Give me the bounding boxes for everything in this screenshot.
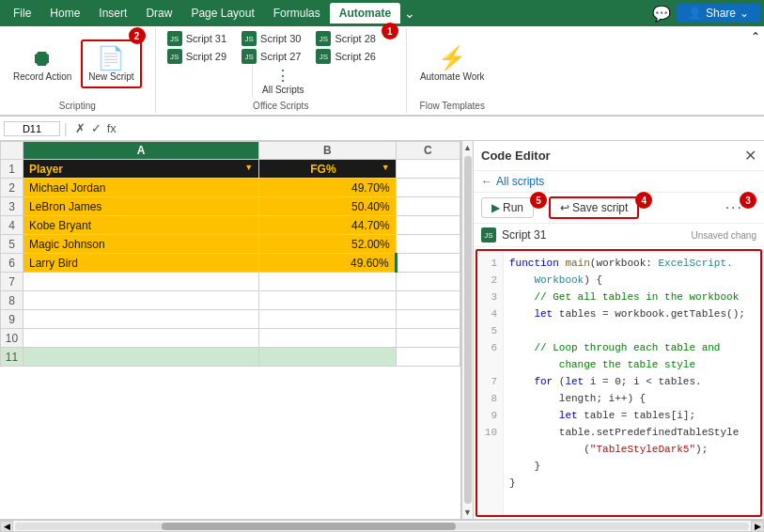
unsaved-badge: Unsaved chang [692,230,757,241]
editor-back-button[interactable]: ← All scripts [474,171,764,193]
cell-a7[interactable] [23,273,259,291]
ribbon-collapse-icon[interactable]: ⌃ [747,28,764,45]
line-num-4: 4 [483,305,497,322]
row-num-6: 6 [1,254,23,273]
scroll-thumb[interactable] [464,156,472,504]
cell-b3[interactable]: 50.40% [259,197,397,216]
comments-icon[interactable]: 💬 [647,1,677,26]
badge-1: 1 [382,23,398,39]
cell-c2[interactable] [396,179,460,197]
code-content[interactable]: function main(workbook: ExcelScript. Wor… [504,251,760,515]
scroll-down-icon[interactable]: ▼ [463,508,472,517]
script-28-button[interactable]: JS Script 28 [312,30,379,47]
cell-a5[interactable]: Magic Johnson [23,235,259,254]
cell-reference-input[interactable]: D11 [4,121,60,136]
cell-b11[interactable] [259,348,397,367]
cell-c7[interactable] [396,273,460,291]
formula-input[interactable] [124,122,760,135]
cell-c9[interactable] [396,310,460,329]
script-30-button[interactable]: JS Script 30 [238,30,304,47]
script-26-icon: JS [316,49,331,64]
cell-b9[interactable] [259,310,397,329]
script-26-button[interactable]: JS Script 26 [312,48,379,65]
script-31-label: Script 31 [186,33,226,44]
cell-b1[interactable]: FG% ▼ [259,160,397,179]
cell-c1[interactable] [396,160,460,179]
table-row: 8 [1,291,460,310]
ribbon-overflow-icon[interactable]: ⌄ [400,2,419,24]
script-28-label: Script 28 [335,33,375,44]
script-27-button[interactable]: JS Script 27 [238,48,304,65]
script-27-label: Script 27 [260,51,301,62]
save-script-button[interactable]: ↩ Save script [549,196,639,219]
cell-c6[interactable] [396,254,460,273]
script-name-bar: JS Script 31 Unsaved chang [474,224,764,247]
cell-b6[interactable]: 49.60% [259,254,397,273]
cell-c10[interactable] [396,329,460,348]
line-num-11: 10 [483,424,497,441]
cell-c3[interactable] [396,197,460,216]
row-num-1: 1 [1,160,23,179]
cell-a4[interactable]: Kobe Bryant [23,216,259,235]
run-label: Run [503,201,523,214]
tab-automate[interactable]: Automate [330,3,400,23]
row-num-5: 5 [1,235,23,254]
office-scripts-group-label: Office Scripts [253,98,308,111]
automate-work-button[interactable]: ⚡ Automate Work [414,41,491,86]
record-action-label: Record Action [13,71,71,83]
cell-a6[interactable]: Larry Bird [23,254,259,273]
code-line-9: let table = tables[i]; [509,407,755,424]
record-action-button[interactable]: ⏺ Record Action [8,41,77,86]
scroll-up-icon[interactable]: ▲ [463,143,472,152]
script-29-button[interactable]: JS Script 29 [164,48,230,65]
fgpct-filter-icon[interactable]: ▼ [382,163,390,172]
scroll-left-icon[interactable]: ◀ [0,521,13,532]
cell-c11[interactable] [396,348,460,367]
cell-a3[interactable]: LeBron James [23,197,259,216]
cell-c8[interactable] [396,291,460,310]
cell-b5[interactable]: 52.00% [259,235,397,254]
tab-page-layout[interactable]: Page Layout [181,3,263,23]
code-line-10: table.setPredefinedTableStyle [509,424,755,441]
insert-function-icon[interactable]: fx [107,121,117,135]
code-area[interactable]: 1 2 3 4 5 6 7 8 9 10 function main(workb… [476,249,762,517]
tab-formulas[interactable]: Formulas [264,3,330,23]
run-button[interactable]: ▶ Run [481,197,534,218]
cell-a8[interactable] [23,291,259,310]
table-row: 11 [1,348,460,367]
col-header-b[interactable]: B [259,142,397,160]
col-header-c[interactable]: C [396,142,460,160]
code-line-11: } [509,458,755,475]
cell-a10[interactable] [23,329,259,348]
confirm-formula-icon[interactable]: ✓ [91,121,101,135]
tab-draw[interactable]: Draw [136,3,181,23]
col-header-a[interactable]: A [23,142,259,160]
horizontal-scrollbar[interactable]: ◀ ▶ [0,520,764,531]
cell-b2[interactable]: 49.70% [259,179,397,197]
cell-c4[interactable] [396,216,460,235]
share-button[interactable]: 👤 Share ⌄ [677,4,760,23]
run-icon: ▶ [491,201,500,214]
cell-a1[interactable]: Player ▼ [23,160,259,179]
cancel-formula-icon[interactable]: ✗ [75,121,86,135]
player-filter-icon[interactable]: ▼ [244,163,253,172]
vertical-scrollbar[interactable]: ▲ ▼ [461,141,473,519]
scroll-track[interactable] [15,523,749,530]
script-31-button[interactable]: JS Script 31 [164,30,230,47]
cell-a9[interactable] [23,310,259,329]
scroll-right-icon[interactable]: ▶ [751,521,764,532]
new-script-button[interactable]: 📄 New Script [81,39,141,88]
tab-home[interactable]: Home [40,3,89,23]
cell-b7[interactable] [259,273,397,291]
all-scripts-button[interactable]: ⋮ All Scripts [257,65,309,98]
table-row: 10 [1,329,460,348]
cell-a11[interactable] [23,348,259,367]
cell-a2[interactable]: Michael Jordan [23,179,259,197]
tab-insert[interactable]: Insert [89,3,136,23]
cell-b10[interactable] [259,329,397,348]
cell-b8[interactable] [259,291,397,310]
cell-b4[interactable]: 44.70% [259,216,397,235]
cell-c5[interactable] [396,235,460,254]
tab-file[interactable]: File [4,3,40,23]
editor-close-button[interactable]: ✕ [744,147,756,164]
